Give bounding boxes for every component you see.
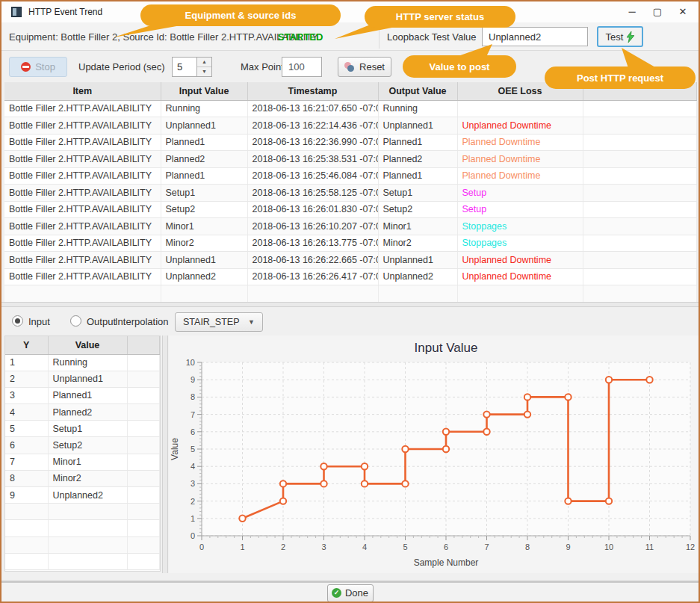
cell-value: Minor1	[48, 454, 127, 470]
cell-oee-loss: Stoppages	[457, 218, 583, 235]
col-output-value[interactable]: Output Value	[378, 82, 457, 100]
event-row[interactable]: Bottle Filler 2.HTTP.AVAILABILITYRunning…	[4, 100, 697, 117]
value-row[interactable]: 1Running	[5, 354, 160, 371]
event-row[interactable]: Bottle Filler 2.HTTP.AVAILABILITYPlanned…	[4, 134, 697, 151]
spinner-up-button[interactable]: ▲	[197, 58, 211, 67]
cell	[5, 504, 48, 520]
cell-value: Planned1	[48, 387, 127, 403]
event-row-empty[interactable]	[4, 285, 697, 303]
cell-value: Unplanned2	[48, 487, 127, 504]
event-row[interactable]: Bottle Filler 2.HTTP.AVAILABILITYMinor12…	[4, 218, 697, 235]
window-title: HTTP Event Trend	[28, 7, 102, 17]
vertical-splitter[interactable]	[162, 335, 168, 573]
col-value[interactable]: Value	[48, 336, 127, 354]
event-row[interactable]: Bottle Filler 2.HTTP.AVAILABILITYUnplann…	[4, 268, 697, 285]
cell	[48, 536, 127, 553]
event-row[interactable]: Bottle Filler 2.HTTP.AVAILABILITYUnplann…	[4, 117, 697, 134]
cell-oee-loss: Planned Downtime	[457, 134, 583, 151]
cell-output-value: Unplanned1	[378, 252, 457, 269]
value-row-empty[interactable]	[5, 520, 160, 536]
output-radio[interactable]	[70, 315, 81, 327]
svg-text:5: 5	[191, 445, 195, 454]
value-row[interactable]: 9Unplanned2	[5, 487, 160, 504]
event-row[interactable]: Bottle Filler 2.HTTP.AVAILABILITYSetup12…	[4, 185, 697, 202]
cell-blank	[583, 151, 697, 168]
cell-input-value: Setup1	[161, 185, 247, 202]
maximize-button[interactable]: ▢	[645, 1, 670, 22]
info-row: Equipment: Bottle Filler 2, Source Id: B…	[1, 22, 699, 51]
event-row[interactable]: Bottle Filler 2.HTTP.AVAILABILITYUnplann…	[4, 252, 697, 269]
cell-blank	[127, 421, 160, 437]
cell-item: Bottle Filler 2.HTTP.AVAILABILITY	[4, 134, 161, 151]
close-button[interactable]: ✕	[670, 1, 696, 22]
value-row[interactable]: 4Planned2	[5, 404, 160, 421]
event-row[interactable]: Bottle Filler 2.HTTP.AVAILABILITYSetup22…	[4, 201, 697, 218]
event-row[interactable]: Bottle Filler 2.HTTP.AVAILABILITYPlanned…	[4, 151, 697, 168]
col-input-value[interactable]: Input Value	[161, 82, 247, 100]
test-button[interactable]: Test	[597, 26, 643, 47]
svg-text:1: 1	[240, 542, 244, 551]
cell	[457, 285, 583, 303]
value-row[interactable]: 7Minor1	[5, 454, 160, 470]
loopback-test-value-label: Loopback Test Value	[387, 31, 477, 43]
reset-button[interactable]: Reset	[338, 57, 391, 77]
cell-input-value: Minor1	[161, 218, 247, 235]
update-period-input[interactable]	[172, 57, 197, 77]
value-row[interactable]: 3Planned1	[5, 387, 160, 403]
max-points-input[interactable]	[282, 57, 322, 77]
cell-oee-loss: Unplanned Downtime	[457, 268, 583, 285]
svg-text:3: 3	[321, 542, 326, 551]
value-row[interactable]: 2Unplanned1	[5, 371, 160, 387]
cell-item: Bottle Filler 2.HTTP.AVAILABILITY	[4, 235, 161, 252]
cell	[48, 504, 127, 520]
cell-output-value: Running	[378, 100, 457, 117]
value-row[interactable]: 5Setup1	[5, 421, 160, 437]
cell-output-value: Setup1	[378, 185, 457, 202]
cell-y: 1	[5, 354, 48, 371]
value-row-empty[interactable]	[5, 553, 160, 569]
cell-blank	[127, 454, 160, 470]
footer: ✓ Done	[1, 583, 699, 603]
interpolation-value: STAIR_STEP	[183, 317, 239, 327]
horizontal-splitter[interactable]	[1, 302, 699, 307]
event-row[interactable]: Bottle Filler 2.HTTP.AVAILABILITYPlanned…	[4, 167, 697, 185]
test-button-label: Test	[606, 31, 624, 43]
col-timestamp[interactable]: Timestamp	[247, 82, 378, 100]
value-row[interactable]: 8Minor2	[5, 470, 160, 486]
loopback-test-value-input[interactable]	[482, 27, 588, 46]
svg-text:1: 1	[191, 514, 195, 523]
done-button[interactable]: ✓ Done	[327, 584, 374, 602]
cell-y: 8	[5, 470, 48, 486]
value-row-empty[interactable]	[5, 536, 160, 553]
cell	[48, 553, 127, 569]
reset-icon	[344, 62, 355, 72]
event-table-body: Bottle Filler 2.HTTP.AVAILABILITYRunning…	[4, 100, 697, 302]
spinner-down-button[interactable]: ▼	[197, 67, 211, 76]
svg-text:6: 6	[444, 542, 448, 551]
cell-oee-loss	[457, 100, 583, 117]
col-item[interactable]: Item	[4, 82, 161, 100]
cell-item: Bottle Filler 2.HTTP.AVAILABILITY	[4, 201, 161, 218]
col-y[interactable]: Y	[5, 336, 48, 354]
update-period-label: Update Period (sec)	[78, 61, 165, 72]
input-radio[interactable]	[12, 315, 23, 327]
cell-blank	[127, 470, 160, 486]
value-row-empty[interactable]	[5, 504, 160, 520]
cell-blank	[127, 387, 160, 403]
cell	[127, 536, 160, 553]
cell-output-value: Minor1	[378, 218, 457, 235]
interpolation-dropdown[interactable]: STAIR_STEP ▼	[175, 312, 263, 332]
titlebar: HTTP Event Trend ─ ▢ ✕	[1, 1, 699, 22]
cell-blank	[583, 218, 697, 235]
cell	[4, 285, 161, 303]
value-row[interactable]: 6Setup2	[5, 437, 160, 454]
minimize-button[interactable]: ─	[619, 1, 645, 22]
event-row[interactable]: Bottle Filler 2.HTTP.AVAILABILITYMinor22…	[4, 235, 697, 252]
stop-button[interactable]: Stop	[9, 57, 67, 77]
cell	[127, 504, 160, 520]
cell-timestamp: 2018-06-13 16:26:22.665 -07:00	[247, 252, 378, 269]
cell-item: Bottle Filler 2.HTTP.AVAILABILITY	[4, 185, 161, 202]
cell-value: Minor2	[48, 470, 127, 486]
cell-y: 3	[5, 387, 48, 403]
cell-input-value: Planned1	[161, 134, 247, 151]
